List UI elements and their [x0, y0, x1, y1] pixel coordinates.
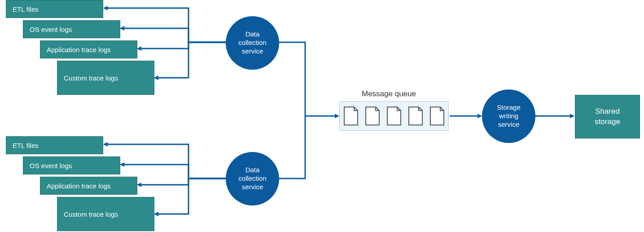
source-label: ETL files [13, 142, 39, 149]
message-icon [364, 106, 381, 126]
source-box-os-event-top: OS event logs [23, 20, 120, 38]
message-icon [429, 106, 446, 126]
data-collection-service-top: Data collection service [226, 16, 279, 70]
source-label: Application trace logs [47, 46, 111, 54]
circle-label: Data collection service [238, 30, 267, 55]
source-box-os-event-bottom: OS event logs [23, 156, 120, 174]
storage-writing-service: Storage writing service [482, 89, 535, 143]
storage-label: Shared storage [595, 107, 620, 127]
source-box-custom-trace-top: Custom trace logs [57, 61, 154, 95]
source-box-custom-trace-bottom: Custom trace logs [57, 197, 154, 231]
message-icon [386, 106, 403, 126]
source-label: OS event logs [30, 162, 72, 170]
source-box-etl-bottom: ETL files [6, 136, 103, 154]
shared-storage: Shared storage [575, 95, 640, 138]
source-box-app-trace-top: Application trace logs [40, 40, 137, 58]
message-icon [342, 106, 359, 126]
source-label: OS event logs [30, 26, 72, 33]
source-label: ETL files [13, 5, 39, 13]
source-box-etl-top: ETL files [6, 0, 103, 18]
circle-label: Storage writing service [497, 103, 521, 129]
message-queue [339, 101, 449, 131]
message-queue-label: Message queue [362, 89, 416, 98]
data-collection-service-bottom: Data collection service [226, 152, 279, 205]
circle-label: Data collection service [238, 166, 267, 191]
message-icon [407, 106, 424, 126]
source-label: Custom trace logs [64, 74, 118, 82]
source-label: Application trace logs [47, 182, 111, 190]
source-box-app-trace-bottom: Application trace logs [40, 177, 137, 195]
source-label: Custom trace logs [64, 210, 118, 218]
